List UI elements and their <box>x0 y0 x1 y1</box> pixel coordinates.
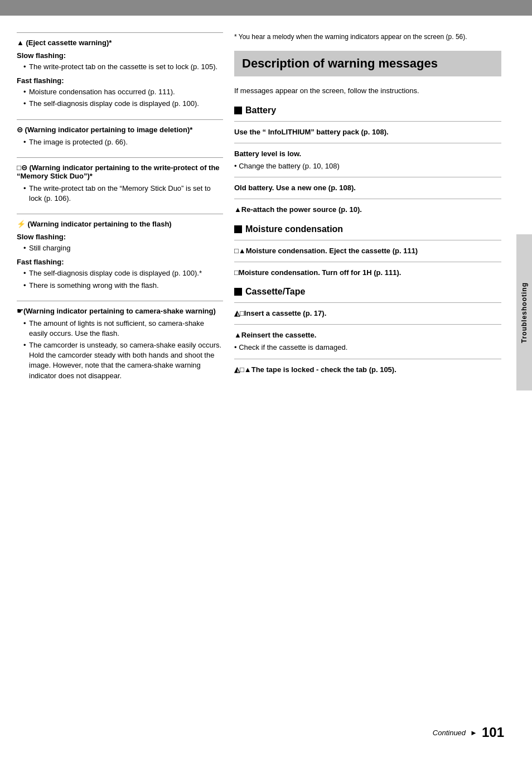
right-section-cassette: Cassette/Tape ◭□Insert a cassette (p. 17… <box>234 287 501 375</box>
cassette-header-label: Cassette/Tape <box>245 287 305 297</box>
flash-fast-label: Fast flashing: <box>17 258 223 266</box>
main-content: ▲ (Eject cassette warning)* Slow flashin… <box>0 16 532 402</box>
section-camera-shake-title: ☛(Warning indicator pertaining to camera… <box>17 307 223 315</box>
page-footer: Continued ► 101 <box>433 725 504 740</box>
eject-fast-bullet-2: The self-diagnosis display code is displ… <box>23 99 223 109</box>
divider-7 <box>234 302 501 303</box>
side-tab: Troubleshooting <box>516 234 532 390</box>
warning-messages-box: Description of warning messages <box>234 51 501 76</box>
battery-square-icon <box>234 107 242 114</box>
melody-note: * You hear a melody when the warning ind… <box>234 32 501 42</box>
section-camera-shake: ☛(Warning indicator pertaining to camera… <box>17 301 223 381</box>
battery-entry-1: Use the “ InfoLITHIUM” battery pack (p. … <box>234 127 501 137</box>
battery-entry-3: Old battery. Use a new one (p. 108). <box>234 183 501 193</box>
moisture-square-icon <box>234 225 242 233</box>
eject-fast-bullet-1: Moisture condensation has occurred (p. 1… <box>23 87 223 97</box>
camera-shake-bullet-2: The camcorder is unsteady, so camera-sha… <box>23 340 223 381</box>
left-column: ▲ (Eject cassette warning)* Slow flashin… <box>17 32 223 391</box>
right-section-moisture: Moisture condensation □▲Moisture condens… <box>234 224 501 278</box>
cassette-entry-2: ▲Reinsert the cassette. <box>234 330 501 340</box>
eject-slow-label: Slow flashing: <box>17 51 223 60</box>
divider-3 <box>234 177 501 177</box>
section-flash-title: ⚡ (Warning indicator pertaining to the f… <box>17 220 223 228</box>
divider-9 <box>234 359 501 359</box>
eject-slow-bullet-1: The write-protect tab on the cassette is… <box>23 62 223 72</box>
page-number: 101 <box>482 725 504 740</box>
eject-fast-label: Fast flashing: <box>17 76 223 85</box>
divider-5 <box>234 240 501 240</box>
camera-shake-bullet-1: The amount of lights is not sufficient, … <box>23 319 223 339</box>
cassette-entry-3: ◭□▲The tape is locked - check the tab (p… <box>234 365 501 375</box>
warning-box-title: Description of warning messages <box>242 56 494 71</box>
section-eject-title: ▲ (Eject cassette warning)* <box>17 38 223 47</box>
arrow-icon: ► <box>470 729 477 737</box>
divider-6 <box>234 262 501 262</box>
divider-2 <box>234 143 501 143</box>
moisture-entry-2: □Moisture condensation. Turn off for 1H … <box>234 268 501 278</box>
cassette-header: Cassette/Tape <box>234 287 501 297</box>
battery-header-label: Battery <box>245 105 276 115</box>
intro-text: If messages appear on the screen, follow… <box>234 85 501 97</box>
moisture-header: Moisture condensation <box>234 224 501 234</box>
image-deletion-bullet-1: The image is protected (p. 66). <box>23 137 223 147</box>
moisture-entry-1: □▲Moisture condensation. Eject the casse… <box>234 246 501 256</box>
battery-entry-4: ▲Re-attach the power source (p. 10). <box>234 205 501 215</box>
section-eject-cassette: ▲ (Eject cassette warning)* Slow flashin… <box>17 32 223 109</box>
right-column: * You hear a melody when the warning ind… <box>234 32 521 391</box>
top-bar <box>0 0 532 16</box>
section-memory-stick: □⊝ (Warning indicator pertaining to the … <box>17 157 223 204</box>
section-flash: ⚡ (Warning indicator pertaining to the f… <box>17 214 223 291</box>
divider-8 <box>234 324 501 325</box>
memory-stick-bullet-1: The write-protect tab on the “Memory Sti… <box>23 184 223 204</box>
flash-fast-bullet-1: The self-diagnosis display code is displ… <box>23 268 223 278</box>
cassette-entry-2-body: • Check if the cassette is damaged. <box>234 343 501 353</box>
section-memory-stick-title: □⊝ (Warning indicator pertaining to the … <box>17 163 223 180</box>
cassette-square-icon <box>234 288 242 296</box>
right-section-battery: Battery Use the “ InfoLITHIUM” battery p… <box>234 105 501 215</box>
battery-entry-2: Battery level is low. <box>234 149 501 159</box>
moisture-header-label: Moisture condensation <box>245 224 343 234</box>
side-tab-label: Troubleshooting <box>520 282 528 343</box>
flash-slow-bullet-1: Still charging <box>23 243 223 253</box>
battery-entry-2-body: • Change the battery (p. 10, 108) <box>234 161 501 171</box>
battery-header: Battery <box>234 105 501 115</box>
page-container: Troubleshooting ▲ (Eject cassette warnin… <box>0 0 532 757</box>
section-image-deletion-title: ⊝ (Warning indicator pertaining to image… <box>17 126 223 134</box>
section-image-deletion: ⊝ (Warning indicator pertaining to image… <box>17 119 223 147</box>
flash-slow-label: Slow flashing: <box>17 233 223 241</box>
divider-1 <box>234 121 501 122</box>
continued-label: Continued <box>433 729 466 737</box>
cassette-entry-1: ◭□Insert a cassette (p. 17). <box>234 308 501 319</box>
flash-fast-bullet-2: There is something wrong with the flash. <box>23 281 223 291</box>
divider-4 <box>234 199 501 199</box>
